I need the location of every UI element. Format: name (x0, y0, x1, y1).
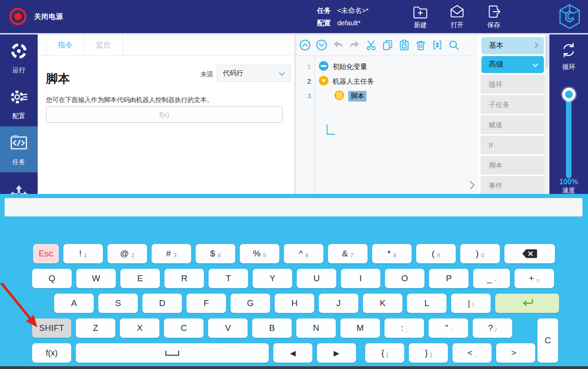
move-down-icon[interactable] (315, 39, 328, 51)
speed-slider-handle[interactable] (562, 88, 576, 101)
command-item-assignment[interactable]: 赋值 (481, 115, 545, 134)
key-question-slash[interactable]: ?/ (473, 318, 512, 338)
key-u[interactable]: U (297, 269, 336, 288)
backspace-icon (522, 249, 537, 259)
tree-row-script[interactable]: 脚本 (334, 89, 367, 103)
key-arrow-right[interactable]: ▶ (317, 343, 356, 363)
key-j[interactable]: J (319, 294, 358, 313)
insert-icon[interactable] (431, 39, 443, 51)
key-at-2[interactable]: @2 (107, 244, 147, 263)
key-arrow-left[interactable]: ◀ (273, 343, 312, 363)
key-shift[interactable]: SHIFT (32, 318, 71, 338)
key-lbrace-lbracket[interactable]: {[ (365, 343, 404, 363)
key-lparen-9[interactable]: (9 (416, 244, 456, 263)
key-rparen-0[interactable]: )0 (460, 244, 500, 263)
move-up-icon[interactable] (299, 39, 311, 51)
panel-expander-chevron[interactable] (469, 181, 475, 192)
key-r[interactable]: R (164, 269, 204, 288)
script-expression-input[interactable] (46, 106, 283, 123)
key-c-side[interactable]: C (537, 318, 558, 363)
copy-icon[interactable] (381, 39, 394, 51)
command-scrollbar[interactable] (545, 34, 549, 194)
key-caret-6[interactable]: ^6 (284, 244, 323, 263)
command-item-subtask[interactable]: 子任务 (481, 95, 545, 114)
key-underscore-hyphen[interactable]: _- (473, 269, 510, 288)
key-x[interactable]: X (120, 318, 159, 338)
key-star-8[interactable]: *8 (372, 244, 412, 263)
key-k[interactable]: K (363, 294, 402, 313)
loop-mode-icon[interactable] (559, 40, 579, 62)
sidebar-item-task[interactable]: 任务 (0, 126, 38, 172)
key-greater-period[interactable]: >. (496, 343, 535, 363)
key-quote-apostrophe[interactable]: "' (429, 318, 468, 338)
key-space[interactable] (76, 343, 269, 363)
tree-row-init-variables[interactable]: 初始化变量 (318, 59, 367, 74)
delete-icon[interactable] (414, 39, 427, 51)
key-pipe-backslash[interactable]: |\ (451, 294, 491, 313)
key-e[interactable]: E (120, 269, 160, 288)
new-task-button[interactable]: 新建 (409, 4, 432, 29)
key-hash-3[interactable]: #3 (152, 244, 191, 263)
command-item-script[interactable]: 脚本 (481, 156, 545, 175)
key-w[interactable]: W (76, 269, 116, 288)
open-task-button[interactable]: 打开 (446, 4, 469, 29)
command-item-event[interactable]: 事件 (481, 176, 545, 195)
chevron-right-icon (535, 42, 538, 50)
key-l[interactable]: L (407, 294, 447, 313)
key-v[interactable]: V (208, 318, 248, 338)
keyboard-text-input[interactable] (5, 198, 582, 216)
speed-slider-track[interactable] (566, 93, 571, 178)
key-percent-5[interactable]: %5 (240, 244, 279, 263)
command-item-loop[interactable]: 循环 (481, 75, 545, 94)
tree-row-main-task[interactable]: 机器人主任务 (318, 74, 374, 89)
key-a[interactable]: A (54, 294, 94, 313)
key-backspace[interactable] (504, 244, 555, 263)
key-f[interactable]: F (187, 294, 226, 313)
power-record-icon[interactable] (8, 7, 28, 26)
key-d[interactable]: D (142, 294, 182, 313)
group-advanced[interactable]: 高级 (481, 56, 544, 73)
key-z[interactable]: Z (76, 318, 115, 338)
key-g[interactable]: G (231, 294, 270, 313)
disabled-node-icon (318, 61, 329, 73)
key-n[interactable]: N (296, 318, 336, 338)
key-c[interactable]: C (164, 318, 204, 338)
power-off-button[interactable]: 关闭电源 (34, 12, 63, 21)
key-plus-equals[interactable]: += (514, 269, 554, 288)
key-p[interactable]: P (429, 269, 469, 288)
source-dropdown[interactable]: 代码行 (217, 65, 291, 82)
search-icon[interactable] (447, 39, 460, 51)
sidebar-item-run[interactable]: 运行 (0, 34, 38, 80)
key-bang-1[interactable]: !1 (63, 244, 103, 263)
key-s[interactable]: S (98, 294, 138, 313)
tree-row-label: 机器人主任务 (333, 77, 374, 86)
key-esc[interactable]: Esc (33, 244, 59, 263)
key-dollar-4[interactable]: $4 (196, 244, 235, 263)
key-m[interactable]: M (340, 318, 380, 338)
key-amp-7[interactable]: &7 (328, 244, 368, 263)
sidebar-item-configure[interactable]: 配置 (0, 80, 38, 126)
cut-icon[interactable] (365, 39, 377, 51)
key-enter[interactable] (495, 294, 559, 313)
command-item-if[interactable]: If (481, 136, 545, 154)
key-y[interactable]: Y (253, 269, 292, 288)
key-colon-semicolon[interactable]: :; (384, 318, 424, 338)
undo-icon[interactable] (332, 39, 344, 51)
key-fx[interactable]: f(x) (32, 343, 71, 363)
line-number: 1 (297, 59, 311, 74)
key-less-comma[interactable]: <, (452, 343, 492, 363)
key-b[interactable]: B (252, 318, 292, 338)
redo-icon[interactable] (348, 39, 361, 51)
key-t[interactable]: T (209, 269, 248, 288)
key-o[interactable]: O (385, 269, 424, 288)
paste-icon[interactable] (398, 39, 410, 51)
key-i[interactable]: I (341, 269, 380, 288)
key-h[interactable]: H (275, 294, 314, 313)
tab-monitor[interactable]: 监控 (85, 34, 123, 56)
scrollbar-thumb[interactable] (545, 35, 549, 68)
tab-instruction[interactable]: 指令 (46, 34, 85, 56)
key-rbrace-rbracket[interactable]: }] (409, 343, 448, 363)
group-basic[interactable]: 基本 (481, 37, 544, 54)
key-q[interactable]: Q (32, 269, 72, 288)
save-task-button[interactable]: 保存 (482, 4, 505, 29)
